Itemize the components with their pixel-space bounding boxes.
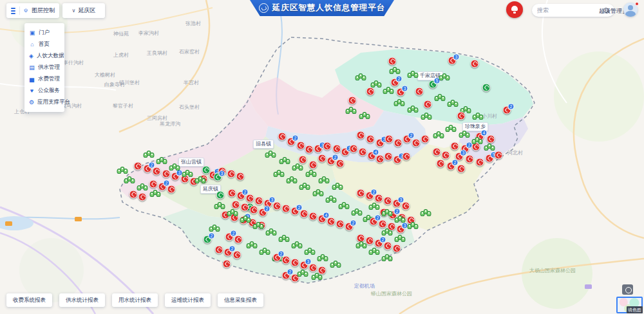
station-marker-normal[interactable]	[482, 84, 491, 92]
station-marker-alert[interactable]	[149, 180, 158, 189]
village-cluster-icon[interactable]	[355, 73, 366, 81]
station-marker-alert[interactable]: 3	[376, 139, 384, 147]
village-cluster-icon[interactable]	[484, 143, 495, 151]
station-marker-alert[interactable]: 2	[144, 165, 152, 173]
village-cluster-icon[interactable]	[421, 113, 432, 120]
station-marker-alert[interactable]	[384, 152, 393, 161]
village-cluster-icon[interactable]	[266, 228, 277, 236]
village-cluster-icon[interactable]	[306, 170, 317, 178]
village-cluster-icon[interactable]	[260, 248, 270, 255]
village-cluster-icon[interactable]	[319, 176, 330, 184]
station-marker-alert[interactable]	[366, 88, 375, 96]
station-marker-alert[interactable]	[402, 152, 411, 161]
village-cluster-icon[interactable]	[394, 99, 405, 107]
station-marker-alert[interactable]	[297, 142, 305, 150]
village-cluster-icon[interactable]	[253, 222, 264, 230]
village-cluster-icon[interactable]	[326, 196, 337, 203]
village-cluster-icon[interactable]	[169, 163, 180, 171]
station-marker-alert[interactable]	[433, 148, 441, 156]
station-marker-alert[interactable]	[442, 151, 450, 160]
station-marker-alert[interactable]	[471, 60, 479, 68]
village-cluster-icon[interactable]	[383, 87, 394, 95]
station-marker-alert[interactable]: 3	[393, 199, 401, 208]
station-marker-alert[interactable]: 2	[327, 157, 336, 165]
station-marker-alert[interactable]: 2	[291, 207, 299, 216]
station-marker-alert[interactable]	[273, 202, 281, 210]
station-marker-alert[interactable]: 3	[448, 57, 457, 65]
village-cluster-icon[interactable]	[182, 170, 193, 178]
station-marker-alert[interactable]	[318, 154, 327, 163]
station-marker-alert[interactable]	[487, 135, 495, 143]
menu-item-public-service[interactable]: ♥公众服务	[24, 85, 64, 97]
station-marker-alert[interactable]: 4	[318, 215, 327, 223]
village-cluster-icon[interactable]	[124, 176, 135, 184]
station-marker-alert[interactable]: 2	[259, 208, 267, 217]
station-marker-alert[interactable]	[376, 155, 384, 163]
station-marker-alert[interactable]	[215, 246, 223, 254]
village-cluster-icon[interactable]	[117, 167, 128, 174]
report-button[interactable]: 运维统计报表	[165, 293, 211, 307]
report-button[interactable]: 收费系统报表	[6, 293, 52, 307]
village-cluster-icon[interactable]	[279, 157, 290, 165]
station-marker-alert[interactable]	[348, 97, 357, 105]
station-marker-alert[interactable]	[388, 57, 397, 66]
station-marker-alert[interactable]	[384, 197, 392, 205]
village-cluster-icon[interactable]	[390, 67, 401, 75]
village-cluster-icon[interactable]	[395, 216, 406, 223]
map-canvas[interactable]: 张浩村李家沟村神仙苑上虎村王良埚村石家窑村李什沟村大榆树村镇川堡村半宫村白象寺村…	[0, 0, 644, 314]
station-marker-alert[interactable]: 2	[224, 248, 232, 257]
village-cluster-icon[interactable]	[408, 222, 419, 230]
station-marker-alert[interactable]: 2	[282, 272, 290, 280]
village-cluster-icon[interactable]	[459, 131, 470, 138]
station-marker-alert[interactable]	[291, 259, 299, 267]
village-cluster-icon[interactable]	[312, 273, 323, 281]
station-marker-alert[interactable]	[305, 145, 314, 154]
village-cluster-icon[interactable]	[382, 209, 393, 217]
basemap-switcher[interactable]: 填色图	[616, 297, 643, 313]
station-marker-alert[interactable]	[415, 88, 424, 96]
map-locate-control[interactable]	[622, 284, 633, 295]
station-marker-alert[interactable]	[246, 194, 254, 203]
station-marker-alert[interactable]: 2	[447, 162, 455, 171]
village-cluster-icon[interactable]	[369, 203, 380, 210]
station-marker-alert[interactable]	[394, 139, 402, 147]
station-marker-alert[interactable]	[495, 151, 503, 160]
village-cluster-icon[interactable]	[247, 241, 258, 249]
menu-item-app-support[interactable]: ⚙应用支撑平台	[24, 97, 64, 108]
station-marker-alert[interactable]	[366, 135, 375, 143]
station-marker-alert[interactable]	[278, 133, 287, 141]
village-cluster-icon[interactable]	[408, 106, 419, 113]
station-marker-normal[interactable]	[202, 166, 211, 174]
station-marker-alert[interactable]: 2	[237, 192, 245, 200]
village-cluster-icon[interactable]	[448, 100, 459, 107]
station-marker-alert[interactable]	[379, 220, 387, 228]
village-cluster-icon[interactable]	[339, 202, 350, 210]
station-marker-alert[interactable]: 5	[486, 154, 494, 163]
village-cluster-icon[interactable]	[150, 190, 161, 198]
station-marker-alert[interactable]	[424, 100, 432, 109]
village-cluster-icon[interactable]	[473, 113, 484, 120]
village-cluster-icon[interactable]	[317, 254, 328, 262]
village-cluster-icon[interactable]	[433, 131, 444, 139]
station-marker-alert[interactable]: 3	[314, 145, 323, 153]
village-cluster-icon[interactable]	[298, 270, 308, 277]
station-marker-alert[interactable]	[223, 260, 231, 268]
station-marker-alert[interactable]: 2	[345, 223, 354, 231]
village-cluster-icon[interactable]	[137, 183, 148, 191]
station-marker-alert[interactable]	[236, 172, 245, 181]
village-cluster-icon[interactable]	[240, 216, 251, 223]
station-marker-alert[interactable]	[350, 145, 358, 153]
village-cluster-icon[interactable]	[274, 170, 285, 178]
station-marker-alert[interactable]	[134, 162, 142, 171]
village-cluster-icon[interactable]	[356, 241, 367, 249]
alarm-button[interactable]	[506, 1, 523, 18]
station-marker-alert[interactable]: 2	[225, 233, 234, 241]
station-marker-alert[interactable]	[299, 156, 307, 164]
station-marker-alert[interactable]	[333, 145, 341, 153]
station-marker-alert[interactable]	[300, 210, 308, 218]
station-marker-alert[interactable]	[309, 161, 317, 169]
village-cluster-icon[interactable]	[265, 151, 276, 158]
station-marker-alert[interactable]	[250, 206, 258, 214]
village-cluster-icon[interactable]	[330, 261, 341, 268]
station-marker-alert[interactable]	[384, 242, 392, 250]
